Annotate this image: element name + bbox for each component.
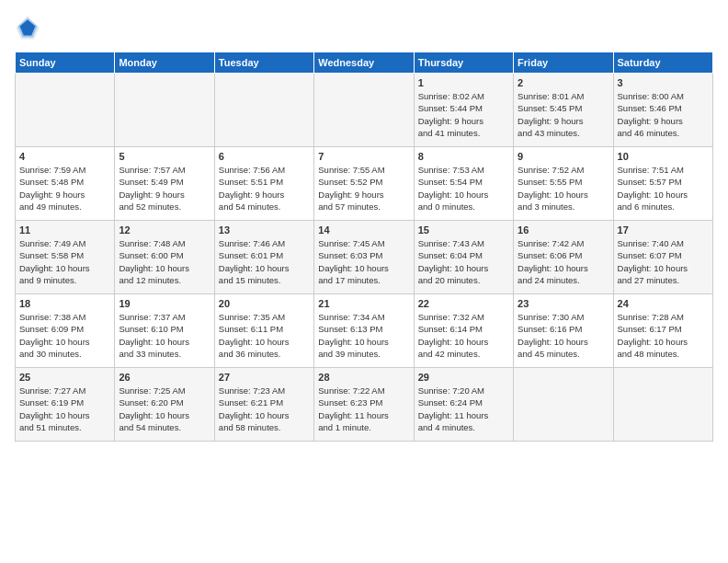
calendar-day-cell: 28Sunrise: 7:22 AM Sunset: 6:23 PM Dayli… [314, 368, 414, 442]
calendar-day-cell: 16Sunrise: 7:42 AM Sunset: 6:06 PM Dayli… [514, 221, 613, 294]
calendar-day-cell: 7Sunrise: 7:55 AM Sunset: 5:52 PM Daylig… [314, 147, 414, 221]
day-number: 15 [418, 224, 509, 236]
calendar-day-cell: 5Sunrise: 7:57 AM Sunset: 5:49 PM Daylig… [115, 147, 214, 221]
day-info: Sunrise: 7:42 AM Sunset: 6:06 PM Dayligh… [518, 237, 609, 286]
calendar-week-row: 25Sunrise: 7:27 AM Sunset: 6:19 PM Dayli… [16, 368, 713, 442]
calendar-day-cell: 17Sunrise: 7:40 AM Sunset: 6:07 PM Dayli… [613, 221, 712, 294]
day-info: Sunrise: 7:59 AM Sunset: 5:48 PM Dayligh… [19, 164, 110, 213]
page-header [15, 15, 713, 40]
calendar-week-row: 11Sunrise: 7:49 AM Sunset: 5:58 PM Dayli… [16, 221, 713, 294]
day-number: 1 [418, 77, 509, 88]
day-info: Sunrise: 7:22 AM Sunset: 6:23 PM Dayligh… [318, 385, 409, 433]
day-info: Sunrise: 7:38 AM Sunset: 6:09 PM Dayligh… [19, 311, 110, 360]
calendar-day-cell: 8Sunrise: 7:53 AM Sunset: 5:54 PM Daylig… [414, 147, 513, 221]
day-info: Sunrise: 7:32 AM Sunset: 6:14 PM Dayligh… [418, 311, 509, 360]
calendar-day-cell: 18Sunrise: 7:38 AM Sunset: 6:09 PM Dayli… [16, 294, 115, 368]
day-info: Sunrise: 7:45 AM Sunset: 6:03 PM Dayligh… [318, 237, 409, 286]
calendar-day-cell [16, 74, 115, 147]
day-number: 9 [518, 151, 609, 162]
day-number: 17 [618, 224, 709, 236]
day-of-week-header: Saturday [613, 52, 712, 74]
day-number: 19 [119, 298, 210, 309]
calendar-day-cell: 14Sunrise: 7:45 AM Sunset: 6:03 PM Dayli… [314, 221, 414, 294]
calendar-day-cell: 4Sunrise: 7:59 AM Sunset: 5:48 PM Daylig… [16, 147, 115, 221]
day-number: 6 [219, 151, 310, 162]
day-number: 12 [119, 224, 210, 236]
calendar-day-cell: 26Sunrise: 7:25 AM Sunset: 6:20 PM Dayli… [115, 368, 214, 442]
calendar-header-row: SundayMondayTuesdayWednesdayThursdayFrid… [16, 52, 713, 74]
day-number: 24 [618, 298, 709, 309]
calendar-day-cell: 9Sunrise: 7:52 AM Sunset: 5:55 PM Daylig… [514, 147, 613, 221]
day-number: 20 [219, 298, 310, 309]
day-info: Sunrise: 7:30 AM Sunset: 6:16 PM Dayligh… [518, 311, 609, 360]
calendar-day-cell: 25Sunrise: 7:27 AM Sunset: 6:19 PM Dayli… [16, 368, 115, 442]
day-info: Sunrise: 7:51 AM Sunset: 5:57 PM Dayligh… [618, 164, 709, 213]
day-info: Sunrise: 7:27 AM Sunset: 6:19 PM Dayligh… [19, 385, 110, 433]
day-of-week-header: Thursday [414, 52, 513, 74]
calendar-day-cell [514, 368, 613, 442]
calendar-day-cell: 20Sunrise: 7:35 AM Sunset: 6:11 PM Dayli… [214, 294, 313, 368]
day-info: Sunrise: 7:28 AM Sunset: 6:17 PM Dayligh… [618, 311, 709, 360]
day-of-week-header: Wednesday [314, 52, 414, 74]
day-info: Sunrise: 7:53 AM Sunset: 5:54 PM Dayligh… [418, 164, 509, 213]
day-info: Sunrise: 7:40 AM Sunset: 6:07 PM Dayligh… [618, 237, 709, 286]
day-info: Sunrise: 7:55 AM Sunset: 5:52 PM Dayligh… [318, 164, 409, 213]
day-number: 26 [119, 372, 210, 383]
calendar-week-row: 1Sunrise: 8:02 AM Sunset: 5:44 PM Daylig… [16, 74, 713, 147]
calendar-day-cell: 10Sunrise: 7:51 AM Sunset: 5:57 PM Dayli… [613, 147, 712, 221]
calendar-day-cell: 13Sunrise: 7:46 AM Sunset: 6:01 PM Dayli… [214, 221, 313, 294]
day-number: 21 [318, 298, 409, 309]
calendar-day-cell: 27Sunrise: 7:23 AM Sunset: 6:21 PM Dayli… [214, 368, 313, 442]
day-number: 7 [318, 151, 409, 162]
day-info: Sunrise: 8:00 AM Sunset: 5:46 PM Dayligh… [618, 90, 709, 139]
calendar-table: SundayMondayTuesdayWednesdayThursdayFrid… [15, 52, 713, 442]
day-number: 13 [219, 224, 310, 236]
calendar-day-cell [115, 74, 214, 147]
day-info: Sunrise: 7:37 AM Sunset: 6:10 PM Dayligh… [119, 311, 210, 360]
calendar-week-row: 18Sunrise: 7:38 AM Sunset: 6:09 PM Dayli… [16, 294, 713, 368]
day-number: 4 [19, 151, 110, 162]
day-info: Sunrise: 7:35 AM Sunset: 6:11 PM Dayligh… [219, 311, 310, 360]
day-number: 8 [418, 151, 509, 162]
day-of-week-header: Monday [115, 52, 214, 74]
day-of-week-header: Friday [514, 52, 613, 74]
day-info: Sunrise: 7:48 AM Sunset: 6:00 PM Dayligh… [119, 237, 210, 286]
calendar-day-cell: 21Sunrise: 7:34 AM Sunset: 6:13 PM Dayli… [314, 294, 414, 368]
calendar-day-cell: 3Sunrise: 8:00 AM Sunset: 5:46 PM Daylig… [613, 74, 712, 147]
day-number: 14 [318, 224, 409, 236]
calendar-day-cell: 1Sunrise: 8:02 AM Sunset: 5:44 PM Daylig… [414, 74, 513, 147]
day-number: 22 [418, 298, 509, 309]
day-number: 10 [618, 151, 709, 162]
day-info: Sunrise: 8:01 AM Sunset: 5:45 PM Dayligh… [518, 90, 609, 139]
calendar-day-cell: 11Sunrise: 7:49 AM Sunset: 5:58 PM Dayli… [16, 221, 115, 294]
calendar-day-cell: 23Sunrise: 7:30 AM Sunset: 6:16 PM Dayli… [514, 294, 613, 368]
day-info: Sunrise: 7:57 AM Sunset: 5:49 PM Dayligh… [119, 164, 210, 213]
day-info: Sunrise: 7:52 AM Sunset: 5:55 PM Dayligh… [518, 164, 609, 213]
day-number: 3 [618, 77, 709, 88]
calendar-day-cell: 22Sunrise: 7:32 AM Sunset: 6:14 PM Dayli… [414, 294, 513, 368]
day-info: Sunrise: 7:43 AM Sunset: 6:04 PM Dayligh… [418, 237, 509, 286]
logo [15, 15, 44, 40]
day-number: 18 [19, 298, 110, 309]
calendar-day-cell: 24Sunrise: 7:28 AM Sunset: 6:17 PM Dayli… [613, 294, 712, 368]
day-number: 28 [318, 372, 409, 383]
day-info: Sunrise: 8:02 AM Sunset: 5:44 PM Dayligh… [418, 90, 509, 139]
day-number: 11 [19, 224, 110, 236]
calendar-week-row: 4Sunrise: 7:59 AM Sunset: 5:48 PM Daylig… [16, 147, 713, 221]
calendar-day-cell: 12Sunrise: 7:48 AM Sunset: 6:00 PM Dayli… [115, 221, 214, 294]
logo-icon [15, 15, 40, 40]
calendar-day-cell [214, 74, 313, 147]
calendar-day-cell [613, 368, 712, 442]
day-of-week-header: Sunday [16, 52, 115, 74]
day-info: Sunrise: 7:20 AM Sunset: 6:24 PM Dayligh… [418, 385, 509, 433]
day-info: Sunrise: 7:23 AM Sunset: 6:21 PM Dayligh… [219, 385, 310, 433]
day-info: Sunrise: 7:56 AM Sunset: 5:51 PM Dayligh… [219, 164, 310, 213]
calendar-day-cell [314, 74, 414, 147]
day-info: Sunrise: 7:46 AM Sunset: 6:01 PM Dayligh… [219, 237, 310, 286]
day-info: Sunrise: 7:34 AM Sunset: 6:13 PM Dayligh… [318, 311, 409, 360]
day-number: 29 [418, 372, 509, 383]
calendar-day-cell: 2Sunrise: 8:01 AM Sunset: 5:45 PM Daylig… [514, 74, 613, 147]
day-number: 2 [518, 77, 609, 88]
calendar-day-cell: 29Sunrise: 7:20 AM Sunset: 6:24 PM Dayli… [414, 368, 513, 442]
day-number: 5 [119, 151, 210, 162]
